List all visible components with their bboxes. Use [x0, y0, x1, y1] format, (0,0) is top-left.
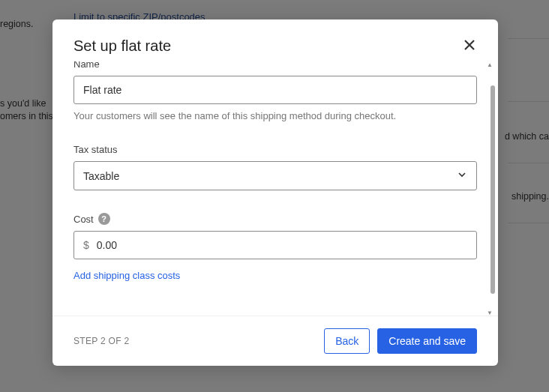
close-button[interactable]	[462, 37, 477, 55]
tax-field-group: Tax status Taxable	[74, 144, 477, 190]
scroll-down-arrow[interactable]: ▼	[486, 310, 494, 316]
name-input[interactable]	[74, 76, 477, 104]
modal-footer: STEP 2 OF 2 Back Create and save	[52, 316, 498, 366]
modal-body-wrapper: Name Your customers will see the name of…	[52, 61, 498, 316]
tax-status-value: Taxable	[83, 170, 119, 182]
scrollbar[interactable]: ▲ ▼	[490, 61, 495, 316]
currency-prefix: $	[74, 239, 94, 251]
help-icon[interactable]: ?	[98, 213, 110, 225]
cost-field-group: Cost ? $ Add shipping class costs	[74, 213, 477, 282]
modal-header: Set up flat rate	[52, 19, 498, 61]
step-indicator: STEP 2 OF 2	[74, 336, 129, 346]
footer-buttons: Back Create and save	[324, 328, 477, 354]
back-button[interactable]: Back	[324, 328, 370, 354]
modal-body: Name Your customers will see the name of…	[52, 61, 498, 316]
close-icon	[464, 39, 476, 51]
scrollbar-thumb[interactable]	[490, 85, 495, 294]
name-field-group: Name Your customers will see the name of…	[74, 61, 477, 121]
add-shipping-class-link[interactable]: Add shipping class costs	[74, 270, 180, 281]
tax-status-label: Tax status	[74, 144, 477, 155]
name-label: Name	[74, 61, 477, 70]
name-help-text: Your customers will see the name of this…	[74, 110, 477, 121]
cost-input-wrapper: $	[74, 231, 477, 259]
create-save-button[interactable]: Create and save	[377, 328, 477, 354]
cost-input[interactable]	[94, 232, 476, 259]
flat-rate-modal: Set up flat rate Name Your customers wil…	[52, 19, 498, 366]
scroll-up-arrow[interactable]: ▲	[486, 61, 494, 67]
cost-label: Cost	[74, 214, 94, 225]
chevron-down-icon	[457, 169, 467, 182]
tax-status-select[interactable]: Taxable	[74, 161, 477, 190]
modal-title: Set up flat rate	[74, 37, 171, 55]
